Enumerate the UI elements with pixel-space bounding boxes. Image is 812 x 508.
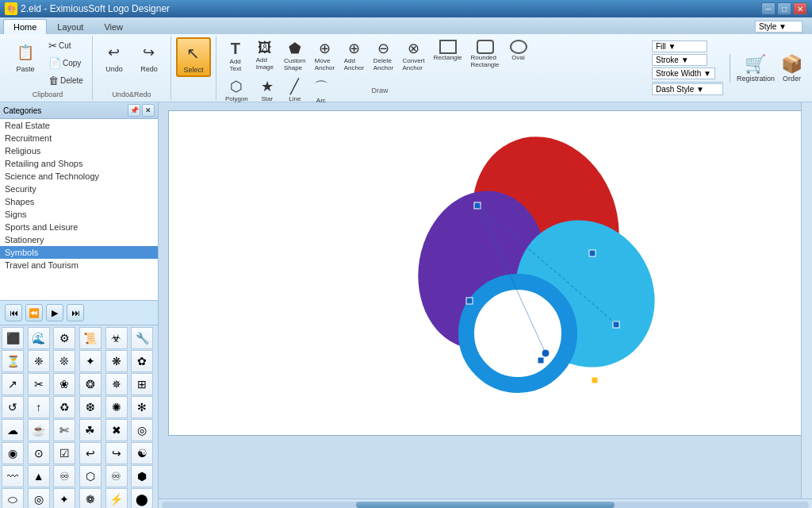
cut-button[interactable]: ✂ Cut [44,37,87,54]
symbol-25[interactable]: ☕ [28,419,50,441]
symbol-22[interactable]: ✺ [105,396,128,418]
symbol-2[interactable]: ⚙ [53,327,75,349]
panel-close-button[interactable]: ✕ [142,104,155,117]
symbol-7[interactable]: ❈ [28,350,50,372]
symbol-20[interactable]: ♻ [53,396,75,418]
canvas-area[interactable] [159,102,812,508]
order-button[interactable]: 📦 Order [781,54,802,83]
symbol-6[interactable]: ⏳ [2,350,24,372]
canvas[interactable] [168,110,802,436]
symbol-4[interactable]: ☣ [105,327,128,349]
symbol-11[interactable]: ✿ [131,350,153,372]
symbol-5[interactable]: 🔧 [131,327,153,349]
star-button[interactable]: ★ Star [253,75,282,105]
symbol-3[interactable]: 📜 [79,327,102,349]
line-button[interactable]: ╱ Line [282,75,308,105]
custom-shape-button[interactable]: ⬟ CustomShape [280,37,310,74]
symbol-45[interactable]: ❁ [79,488,102,508]
tab-view[interactable]: View [94,19,133,34]
add-text-button[interactable]: T AddText [221,37,250,75]
symbol-18[interactable]: ↺ [2,396,24,418]
symbol-37[interactable]: ▲ [28,465,50,487]
oval-button[interactable]: Oval [504,37,533,64]
play-prev-button[interactable]: ⏮ [5,304,22,321]
select-button[interactable]: ↖ Select [176,37,211,77]
symbol-19[interactable]: ↑ [28,396,50,418]
symbol-31[interactable]: ⊙ [28,442,50,464]
category-science[interactable]: Science and Technology [0,170,158,183]
tab-layout[interactable]: Layout [47,19,94,34]
symbol-1[interactable]: 🌊 [28,327,50,349]
symbol-28[interactable]: ✖ [105,419,128,441]
fill-dropdown[interactable]: Fill ▼ [652,40,707,52]
symbol-35[interactable]: ☯ [131,442,153,464]
symbol-41[interactable]: ⬢ [131,465,153,487]
symbol-33[interactable]: ↩ [79,442,102,464]
symbol-40[interactable]: ♾ [105,465,128,487]
symbol-15[interactable]: ❂ [79,373,102,395]
symbol-34[interactable]: ↪ [105,442,128,464]
symbol-46[interactable]: ⚡ [105,488,128,508]
vertical-scrollbar[interactable] [801,102,812,498]
symbol-8[interactable]: ❊ [53,350,75,372]
symbol-24[interactable]: ☁ [2,419,24,441]
symbol-14[interactable]: ❀ [53,373,75,395]
registration-button[interactable]: 🛒 Registration [737,54,775,83]
symbol-17[interactable]: ⊞ [131,373,153,395]
symbol-16[interactable]: ✵ [105,373,128,395]
category-stationery[interactable]: Stationery [0,233,158,246]
symbol-47[interactable]: ⬤ [131,488,153,508]
symbol-21[interactable]: ❆ [79,396,102,418]
play-button[interactable]: ▶ [46,304,63,321]
add-anchor-button[interactable]: ⊕ AddAnchor [339,37,368,74]
symbol-23[interactable]: ✻ [131,396,153,418]
category-religious[interactable]: Religious [0,144,158,157]
symbol-44[interactable]: ✦ [53,488,75,508]
category-sports[interactable]: Sports and Leisure [0,221,158,233]
delete-anchor-button[interactable]: ⊖ DeleteAnchor [369,37,397,74]
category-recruitment[interactable]: Recruitment [0,132,158,144]
symbol-10[interactable]: ❋ [105,350,128,372]
h-scroll-track[interactable] [162,502,809,508]
symbol-36[interactable]: 〰 [2,465,24,487]
symbol-42[interactable]: ⬭ [2,488,24,508]
category-symbols[interactable]: Symbols [0,246,158,259]
minimize-button[interactable]: ─ [761,2,776,15]
symbol-13[interactable]: ✂ [28,373,50,395]
symbol-43[interactable]: ◎ [28,488,50,508]
play-back-button[interactable]: ⏪ [25,304,43,321]
category-signs[interactable]: Signs [0,208,158,221]
tab-home[interactable]: Home [3,19,47,34]
delete-button[interactable]: 🗑 Delete [44,72,87,89]
category-travel[interactable]: Travel and Tourism [0,259,158,271]
stroke-width-dropdown[interactable]: Stroke Width ▼ [652,67,715,79]
undo-button[interactable]: ↩ Undo [98,37,131,75]
close-button[interactable]: ✕ [793,2,807,15]
stroke-dropdown[interactable]: Stroke ▼ [652,54,707,66]
symbol-32[interactable]: ☑ [53,442,75,464]
horizontal-scrollbar[interactable] [159,498,812,508]
symbol-9[interactable]: ✦ [79,350,102,372]
symbol-27[interactable]: ☘ [79,419,102,441]
panel-pin-button[interactable]: 📌 [128,104,140,117]
symbol-29[interactable]: ◎ [131,419,153,441]
h-scroll-thumb[interactable] [356,502,615,508]
polygon-button[interactable]: ⬡ Polygon [221,75,252,105]
style-dropdown[interactable]: Style ▼ [755,21,802,33]
add-image-button[interactable]: 🖼 AddImage [251,37,279,73]
category-retailing[interactable]: Retailing and Shops [0,157,158,170]
category-security[interactable]: Security [0,183,158,195]
copy-button[interactable]: 📄 Copy [44,55,87,71]
convert-anchor-button[interactable]: ⊗ ConvertAnchor [398,37,428,74]
paste-button[interactable]: 📋 Paste [8,37,43,75]
play-next-button[interactable]: ⏭ [67,304,84,321]
rectangle-button[interactable]: Rectangle [429,37,465,64]
rounded-rectangle-button[interactable]: RoundedRectangle [467,37,504,71]
symbol-39[interactable]: ⬡ [79,465,102,487]
redo-button[interactable]: ↪ Redo [132,37,166,75]
maximize-button[interactable]: □ [777,2,791,15]
category-real-estate[interactable]: Real Estate [0,119,158,132]
category-shapes[interactable]: Shapes [0,195,158,208]
move-anchor-button[interactable]: ⊕ MoveAnchor [310,37,339,74]
symbol-12[interactable]: ↗ [2,373,24,395]
